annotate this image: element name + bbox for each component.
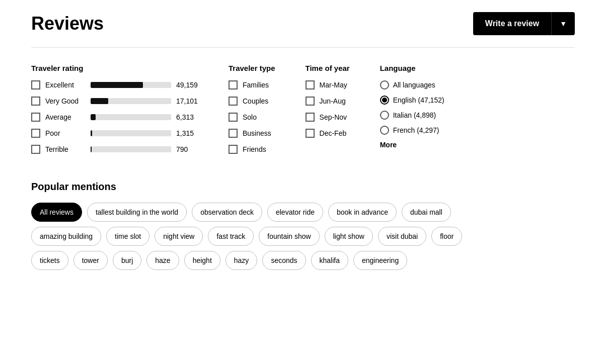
rating-label: Excellent	[45, 81, 86, 89]
tag-button[interactable]: visit dubai	[378, 227, 426, 246]
rating-item: Terrible 790	[31, 145, 198, 154]
tag-button[interactable]: burj	[113, 251, 141, 270]
rating-checkbox[interactable]	[31, 113, 40, 122]
time-item: Jun-Aug	[306, 97, 350, 106]
rating-bar-fill	[91, 114, 96, 120]
language-item[interactable]: French (4,297)	[380, 126, 444, 135]
traveler-type-checkbox[interactable]	[229, 145, 238, 154]
rating-checkbox[interactable]	[31, 97, 40, 106]
tags-row: ticketstowerburjhazeheighthazysecondskha…	[31, 251, 575, 270]
language-item[interactable]: English (47,152)	[380, 96, 444, 105]
write-review-group: Write a review ▼	[473, 12, 575, 35]
rating-label: Terrible	[45, 145, 86, 153]
traveler-type-checkbox[interactable]	[229, 113, 238, 122]
traveler-type-label: Couples	[243, 97, 268, 105]
tag-button[interactable]: engineering	[353, 251, 407, 270]
time-item: Sep-Nov	[306, 113, 350, 122]
tag-button[interactable]: height	[184, 251, 220, 270]
time-checkbox[interactable]	[306, 113, 315, 122]
rating-items-container: Excellent 49,159 Very Good 17,101 Averag…	[31, 80, 198, 154]
language-item[interactable]: All languages	[380, 80, 444, 89]
rating-bar	[91, 114, 171, 120]
time-item: Mar-May	[306, 80, 350, 89]
time-label: Jun-Aug	[320, 97, 346, 105]
tag-button[interactable]: time slot	[106, 227, 149, 246]
tag-button[interactable]: fast track	[208, 227, 254, 246]
rating-label: Average	[45, 113, 86, 121]
language-radio[interactable]	[380, 111, 389, 120]
rating-count: 17,101	[176, 97, 198, 105]
tag-button[interactable]: tallest building in the world	[87, 203, 187, 222]
tag-button[interactable]: light show	[325, 227, 373, 246]
reviews-header: Reviews Write a review ▼	[31, 12, 575, 35]
time-label: Mar-May	[320, 81, 347, 89]
tag-button[interactable]: All reviews	[31, 203, 82, 222]
language-more-link[interactable]: More	[380, 141, 444, 149]
tag-button[interactable]: hazy	[225, 251, 258, 270]
traveler-type-checkbox[interactable]	[229, 80, 238, 89]
language-radio[interactable]	[380, 96, 389, 105]
tag-button[interactable]: elevator ride	[267, 203, 323, 222]
tag-button[interactable]: night view	[155, 227, 203, 246]
rating-item: Poor 1,315	[31, 129, 198, 138]
tag-button[interactable]: tower	[73, 251, 108, 270]
rating-checkbox[interactable]	[31, 129, 40, 138]
rating-bar-fill	[91, 82, 143, 88]
tag-button[interactable]: floor	[431, 227, 462, 246]
time-of-year-title: Time of year	[306, 64, 350, 72]
traveler-type-item: Solo	[229, 113, 275, 122]
time-checkbox[interactable]	[306, 129, 315, 138]
rating-bar	[91, 146, 171, 152]
traveler-type-checkbox[interactable]	[229, 129, 238, 138]
rating-count: 1,315	[176, 129, 198, 137]
tags-row: amazing buildingtime slotnight viewfast …	[31, 227, 575, 246]
time-label: Sep-Nov	[320, 113, 347, 121]
time-of-year-section: Time of year Mar-May Jun-Aug Sep-Nov Dec…	[306, 64, 350, 161]
rating-bar	[91, 98, 171, 104]
tag-button[interactable]: seconds	[262, 251, 306, 270]
rating-checkbox[interactable]	[31, 145, 40, 154]
tag-button[interactable]: haze	[146, 251, 179, 270]
rating-bar	[91, 82, 171, 88]
traveler-rating-title: Traveler rating	[31, 64, 198, 72]
tag-button[interactable]: tickets	[31, 251, 68, 270]
rating-count: 790	[176, 145, 198, 153]
traveler-rating-section: Traveler rating Excellent 49,159 Very Go…	[31, 64, 198, 161]
write-review-dropdown-button[interactable]: ▼	[551, 12, 575, 35]
traveler-type-label: Business	[243, 129, 271, 137]
tag-button[interactable]: amazing building	[31, 227, 101, 246]
tag-button[interactable]: observation deck	[192, 203, 262, 222]
tag-button[interactable]: fountain show	[259, 227, 319, 246]
write-review-button[interactable]: Write a review	[473, 12, 551, 35]
language-title: Language	[380, 64, 444, 72]
traveler-type-item: Friends	[229, 145, 275, 154]
rating-bar-fill	[91, 98, 108, 104]
language-label: Italian (4,898)	[393, 111, 436, 119]
language-label: All languages	[393, 81, 435, 89]
tag-button[interactable]: khalifa	[311, 251, 348, 270]
language-label: English (47,152)	[393, 96, 444, 104]
rating-item: Average 6,313	[31, 113, 198, 122]
tags-row: All reviewstallest building in the world…	[31, 203, 575, 222]
rating-bar-fill	[91, 130, 92, 136]
rating-checkbox[interactable]	[31, 80, 40, 89]
language-radio[interactable]	[380, 126, 389, 135]
time-checkbox[interactable]	[306, 97, 315, 106]
traveler-type-checkbox[interactable]	[229, 97, 238, 106]
reviews-title: Reviews	[31, 13, 104, 34]
tag-button[interactable]: dubai mall	[402, 203, 451, 222]
traveler-type-label: Friends	[243, 145, 266, 153]
rating-label: Very Good	[45, 97, 86, 105]
language-list: All languages English (47,152) Italian (…	[380, 80, 444, 135]
language-item[interactable]: Italian (4,898)	[380, 111, 444, 120]
tag-button[interactable]: book in advance	[328, 203, 397, 222]
traveler-type-title: Traveler type	[229, 64, 275, 72]
traveler-type-item: Families	[229, 80, 275, 89]
rating-label: Poor	[45, 129, 86, 137]
language-radio[interactable]	[380, 80, 389, 89]
time-list: Mar-May Jun-Aug Sep-Nov Dec-Feb	[306, 80, 350, 138]
time-checkbox[interactable]	[306, 80, 315, 89]
filters-row: Traveler rating Excellent 49,159 Very Go…	[31, 64, 575, 161]
traveler-type-section: Traveler type Families Couples Solo Busi…	[229, 64, 275, 161]
traveler-type-label: Families	[243, 81, 269, 89]
